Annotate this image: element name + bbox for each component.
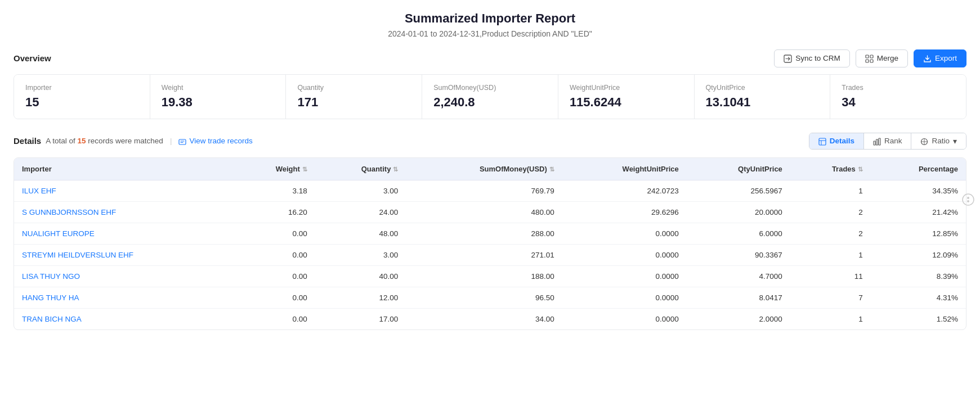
- cell-weight: 0.00: [234, 244, 315, 265]
- details-summary: A total of 15 records were matched: [46, 137, 163, 145]
- tab-ratio[interactable]: Ratio ▾: [911, 133, 966, 149]
- metric-value: 19.38: [162, 95, 275, 110]
- metric-label: Weight: [162, 84, 275, 92]
- ratio-icon: [920, 137, 928, 145]
- col-header-quantity[interactable]: Quantity⇅: [315, 158, 406, 180]
- cell-importer[interactable]: NUALIGHT EUROPE: [14, 223, 234, 244]
- cell-importer[interactable]: ILUX EHF: [14, 180, 234, 201]
- svg-rect-9: [874, 141, 875, 145]
- cell-percentage: 4.31%: [871, 287, 966, 308]
- export-icon: [923, 54, 932, 63]
- metric-value: 115.6244: [570, 95, 683, 110]
- col-header-weight[interactable]: Weight⇅: [234, 158, 315, 180]
- export-button[interactable]: Export: [914, 49, 966, 67]
- metric-label: QtyUnitPrice: [706, 84, 819, 92]
- col-header-sum_of_money[interactable]: SumOfMoney(USD)⇅: [406, 158, 562, 180]
- cell-weight: 3.18: [234, 180, 315, 201]
- metric-value: 171: [297, 95, 410, 110]
- metric-card-quantity: Quantity 171: [286, 75, 422, 119]
- sync-crm-button[interactable]: Sync to CRM: [774, 49, 850, 67]
- table-icon: [818, 137, 826, 145]
- svg-rect-6: [819, 138, 826, 145]
- cell-trades: 2: [790, 201, 871, 223]
- metric-value: 13.1041: [706, 95, 819, 110]
- rank-icon: [873, 137, 881, 145]
- table-row: STREYMI HEILDVERSLUN EHF0.003.00271.010.…: [14, 244, 966, 265]
- cell-importer[interactable]: S GUNNBJORNSSON EHF: [14, 201, 234, 223]
- cell-importer[interactable]: LISA THUY NGO: [14, 265, 234, 287]
- metric-value: 34: [842, 95, 955, 110]
- tab-details-label: Details: [830, 137, 854, 145]
- record-count: 15: [78, 137, 86, 145]
- view-trade-records-link[interactable]: View trade records: [178, 137, 252, 145]
- col-header-weight_unit_price: WeightUnitPrice: [562, 158, 687, 180]
- metric-value: 15: [25, 95, 138, 110]
- cell-weight_unit_price: 0.0000: [562, 223, 687, 244]
- cell-weight_unit_price: 0.0000: [562, 265, 687, 287]
- cell-quantity: 17.00: [315, 308, 406, 329]
- cell-sum_of_money: 271.01: [406, 244, 562, 265]
- cell-importer[interactable]: TRAN BICH NGA: [14, 308, 234, 329]
- cell-quantity: 3.00: [315, 244, 406, 265]
- col-header-importer: Importer: [14, 158, 234, 180]
- metric-label: Importer: [25, 84, 138, 92]
- tab-ratio-label: Ratio: [932, 137, 950, 145]
- table-header-row: ImporterWeight⇅Quantity⇅SumOfMoney(USD)⇅…: [14, 158, 966, 180]
- metric-card-importer: Importer 15: [14, 75, 150, 119]
- cell-percentage: 1.52%: [871, 308, 966, 329]
- metric-card-sumofmoney-usd-: SumOfMoney(USD) 2,240.8: [422, 75, 558, 119]
- cell-trades: 2: [790, 223, 871, 244]
- svg-rect-5: [179, 139, 186, 144]
- details-label: Details: [14, 136, 41, 146]
- cell-importer[interactable]: STREYMI HEILDVERSLUN EHF: [14, 244, 234, 265]
- page-subtitle: 2024-01-01 to 2024-12-31,Product Descrip…: [14, 29, 966, 38]
- svg-rect-10: [876, 139, 878, 145]
- cell-sum_of_money: 480.00: [406, 201, 562, 223]
- cell-weight: 0.00: [234, 308, 315, 329]
- cell-weight_unit_price: 0.0000: [562, 287, 687, 308]
- svg-point-15: [967, 200, 969, 202]
- table-row: LISA THUY NGO0.0040.00188.000.00004.7000…: [14, 265, 966, 287]
- cell-quantity: 3.00: [315, 180, 406, 201]
- export-label: Export: [935, 54, 957, 62]
- tab-rank[interactable]: Rank: [864, 133, 912, 149]
- table-row: TRAN BICH NGA0.0017.0034.000.00002.00001…: [14, 308, 966, 329]
- view-link-label: View trade records: [189, 137, 252, 145]
- cell-weight_unit_price: 0.0000: [562, 308, 687, 329]
- cell-importer[interactable]: HANG THUY HA: [14, 287, 234, 308]
- col-header-trades[interactable]: Trades⇅: [790, 158, 871, 180]
- cell-trades: 1: [790, 244, 871, 265]
- cell-percentage: 12.85%: [871, 223, 966, 244]
- svg-rect-3: [866, 60, 869, 62]
- cell-trades: 11: [790, 265, 871, 287]
- cell-weight_unit_price: 29.6296: [562, 201, 687, 223]
- sync-crm-icon: [784, 54, 792, 63]
- metric-card-weightunitprice: WeightUnitPrice 115.6244: [558, 75, 695, 119]
- metrics-row: Importer 15 Weight 19.38 Quantity 171 Su…: [14, 74, 966, 119]
- merge-button[interactable]: Merge: [856, 49, 908, 67]
- table-row: HANG THUY HA0.0012.0096.500.00008.041774…: [14, 287, 966, 308]
- table-row: S GUNNBJORNSSON EHF16.2024.00480.0029.62…: [14, 201, 966, 223]
- merge-label: Merge: [877, 54, 898, 62]
- cell-qty_unit_price: 6.0000: [687, 223, 790, 244]
- cell-trades: 1: [790, 180, 871, 201]
- header-actions: Sync to CRM Merge: [774, 49, 966, 67]
- svg-point-13: [963, 194, 974, 205]
- metric-card-trades: Trades 34: [830, 75, 966, 119]
- cell-qty_unit_price: 256.5967: [687, 180, 790, 201]
- tab-rank-label: Rank: [884, 137, 902, 145]
- cell-qty_unit_price: 8.0417: [687, 287, 790, 308]
- cell-weight: 0.00: [234, 287, 315, 308]
- metric-label: SumOfMoney(USD): [433, 84, 547, 92]
- page-title: Summarized Importer Report: [14, 11, 966, 26]
- svg-rect-4: [870, 60, 873, 62]
- svg-rect-1: [866, 55, 869, 58]
- chevron-down-icon: ▾: [953, 137, 957, 146]
- tab-details[interactable]: Details: [809, 133, 864, 149]
- metric-card-qtyunitprice: QtyUnitPrice 13.1041: [695, 75, 831, 119]
- cell-qty_unit_price: 20.0000: [687, 201, 790, 223]
- cell-weight: 0.00: [234, 265, 315, 287]
- cell-quantity: 40.00: [315, 265, 406, 287]
- scroll-indicator: [962, 193, 974, 209]
- metric-card-weight: Weight 19.38: [150, 75, 287, 119]
